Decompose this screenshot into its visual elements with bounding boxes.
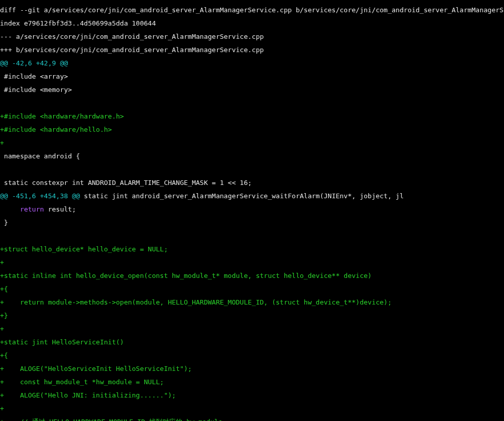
ctx-line: [0, 232, 504, 239]
add-line: + return module->methods->open(module, H…: [0, 299, 504, 306]
add-line: +#include <hardware/hardware.h>: [0, 113, 504, 120]
add-line: +struct hello_device* hello_device = NUL…: [0, 246, 504, 252]
hunk2-header: @@ -451,6 +454,38 @@ static jint android…: [0, 193, 504, 199]
add-line: + ALOGE("HelloServiceInit HelloServiceIn…: [0, 365, 504, 372]
hunk1-header: @@ -42,6 +42,9 @@: [0, 60, 504, 66]
ctx-line: [0, 100, 504, 106]
add-line: +: [0, 405, 504, 412]
add-line: + // 通过 HELLO_HARDWARE_MODULE_ID 找到对应的 h…: [0, 418, 504, 421]
add-line: +{: [0, 352, 504, 359]
diff-from-file: --- a/services/core/jni/com_android_serv…: [0, 33, 504, 40]
ctx-line: [0, 166, 504, 173]
add-line: +static inline int hello_device_open(con…: [0, 272, 504, 279]
diff-to-file: +++ b/services/core/jni/com_android_serv…: [0, 46, 504, 53]
add-line: +: [0, 325, 504, 332]
ctx-line: }: [0, 219, 504, 226]
ctx-line: #include <memory>: [0, 86, 504, 93]
add-line: +: [0, 139, 504, 146]
diff-header: diff --git a/services/core/jni/com_andro…: [0, 7, 504, 13]
add-line: +}: [0, 312, 504, 319]
add-line: + const hw_module_t *hw_module = NULL;: [0, 379, 504, 385]
add-line: +static jint HelloServiceInit(): [0, 339, 504, 345]
ctx-line: static constexpr int ANDROID_ALARM_TIME_…: [0, 179, 504, 186]
ctx-line: #include <array>: [0, 73, 504, 80]
diff-output: diff --git a/services/core/jni/com_andro…: [0, 0, 504, 421]
diff-index: index e79612fbf3d3..4d50699a5dda 100644: [0, 20, 504, 27]
ctx-line: namespace android {: [0, 153, 504, 159]
add-line: +#include <hardware/hello.h>: [0, 126, 504, 133]
add-line: +: [0, 259, 504, 266]
add-line: +{: [0, 286, 504, 292]
add-line: + ALOGE("Hello JNI: initializing......")…: [0, 392, 504, 399]
ctx-line: return result;: [0, 206, 504, 213]
